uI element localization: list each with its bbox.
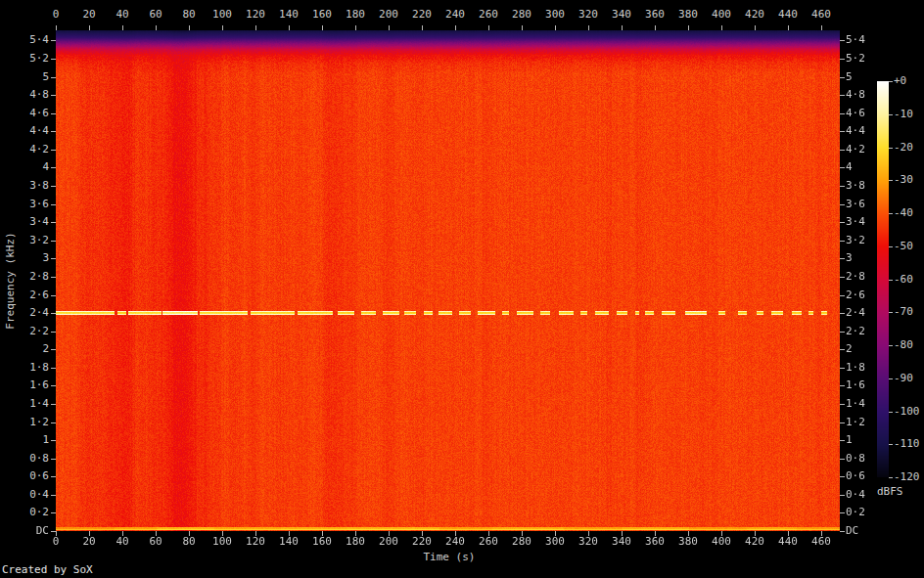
y-tick-label: 2·6	[846, 289, 865, 302]
y-tick-label: 4·6	[0, 107, 49, 120]
y-tick-label: 3·6	[846, 198, 865, 211]
y-tick-label: 1·2	[0, 416, 49, 429]
colorbar-tick-mark	[889, 180, 893, 181]
y-tick-label: 2·2	[846, 325, 865, 338]
y-tick-label: 1·8	[846, 361, 865, 375]
y-tick-mark	[840, 167, 845, 168]
y-tick-mark	[51, 77, 56, 78]
y-tick-label: 4·8	[0, 88, 49, 102]
y-tick-mark	[840, 295, 845, 296]
y-tick-label: 4·6	[846, 107, 865, 120]
colorbar-tick-mark	[889, 280, 893, 281]
y-tick-label: DC	[0, 524, 49, 538]
x-tick-mark	[788, 25, 789, 30]
colorbar-tick-mark	[889, 213, 893, 214]
x-tick-mark	[488, 25, 489, 30]
x-tick-mark	[355, 25, 356, 30]
y-tick-label: 4·2	[846, 143, 865, 156]
x-tick-mark	[755, 25, 756, 30]
colorbar-tick-label: -100	[894, 405, 920, 419]
y-tick-label: 4·2	[0, 143, 49, 156]
y-tick-mark	[840, 531, 845, 532]
x-tick-mark	[255, 25, 256, 30]
colorbar-tick-label: -50	[894, 240, 913, 253]
y-tick-mark	[840, 440, 845, 441]
y-tick-mark	[51, 404, 56, 405]
colorbar-tick-label: -30	[894, 173, 913, 187]
y-tick-mark	[51, 131, 56, 132]
x-tick-mark	[821, 25, 822, 30]
y-tick-mark	[840, 313, 845, 314]
y-tick-mark	[840, 59, 845, 60]
y-tick-label: 4	[846, 160, 853, 174]
y-tick-mark	[51, 368, 56, 369]
y-tick-mark	[51, 241, 56, 242]
y-tick-label: 0·8	[0, 452, 49, 466]
y-tick-label: 2	[846, 342, 853, 356]
y-tick-mark	[51, 95, 56, 96]
y-tick-mark	[51, 476, 56, 477]
y-tick-label: 1·4	[0, 397, 49, 411]
y-tick-label: DC	[846, 524, 858, 538]
y-tick-label: 0·4	[0, 488, 49, 502]
y-tick-mark	[840, 368, 845, 369]
y-tick-label: 1·8	[0, 361, 49, 375]
x-tick-mark	[389, 25, 390, 30]
y-tick-label: 3·6	[0, 198, 49, 211]
x-tick-mark	[189, 25, 190, 30]
x-tick-mark	[588, 25, 589, 30]
y-tick-mark	[840, 459, 845, 460]
y-tick-mark	[840, 332, 845, 333]
y-tick-mark	[840, 77, 845, 78]
y-tick-mark	[840, 241, 845, 242]
y-tick-mark	[51, 59, 56, 60]
y-tick-mark	[51, 113, 56, 114]
y-tick-mark	[51, 422, 56, 423]
y-tick-mark	[840, 150, 845, 151]
y-tick-label: 4·8	[846, 88, 865, 102]
y-tick-label: 1·6	[846, 378, 865, 392]
y-tick-mark	[840, 186, 845, 187]
y-tick-mark	[840, 40, 845, 41]
x-tick-mark	[655, 25, 656, 30]
colorbar-tick-label: -70	[894, 305, 913, 319]
y-tick-mark	[51, 40, 56, 41]
sox-spectrogram-figure: 0204060801001201401601802002202402602803…	[0, 0, 924, 578]
x-tick-mark	[322, 25, 323, 30]
y-tick-label: 0·2	[846, 506, 865, 519]
y-tick-mark	[840, 404, 845, 405]
y-tick-mark	[51, 349, 56, 350]
y-tick-label: 3·2	[846, 234, 865, 247]
colorbar-tick-mark	[889, 312, 893, 313]
y-tick-label: 3·8	[846, 179, 865, 193]
y-tick-label: 1·6	[0, 378, 49, 392]
y-tick-mark	[51, 332, 56, 333]
colorbar-tick-label: -40	[894, 206, 913, 220]
y-tick-label: 3	[846, 251, 853, 265]
colorbar-tick-mark	[889, 444, 893, 445]
colorbar-tick-label: -10	[894, 108, 913, 121]
colorbar-unit-label: dBFS	[877, 485, 903, 498]
y-tick-label: 1	[0, 433, 49, 447]
colorbar-tick-label: +0	[894, 74, 906, 88]
y-tick-label: 0·2	[0, 506, 49, 519]
x-tick-label: 460	[800, 535, 843, 549]
colorbar-tick-label: -20	[894, 141, 913, 155]
colorbar-tick-mark	[889, 246, 893, 247]
y-tick-label: 5·2	[846, 52, 865, 66]
x-tick-mark	[555, 25, 556, 30]
y-tick-label: 1·4	[846, 397, 865, 411]
y-tick-label: 2	[0, 342, 49, 356]
y-tick-label: 4·4	[0, 124, 49, 138]
y-tick-mark	[51, 204, 56, 205]
x-tick-mark	[422, 25, 423, 30]
y-tick-mark	[840, 222, 845, 223]
y-tick-mark	[51, 531, 56, 532]
y-tick-mark	[840, 476, 845, 477]
y-tick-label: 1	[846, 433, 853, 447]
y-tick-mark	[51, 222, 56, 223]
y-tick-mark	[51, 167, 56, 168]
x-tick-mark	[688, 25, 689, 30]
y-tick-mark	[51, 459, 56, 460]
y-tick-mark	[51, 186, 56, 187]
